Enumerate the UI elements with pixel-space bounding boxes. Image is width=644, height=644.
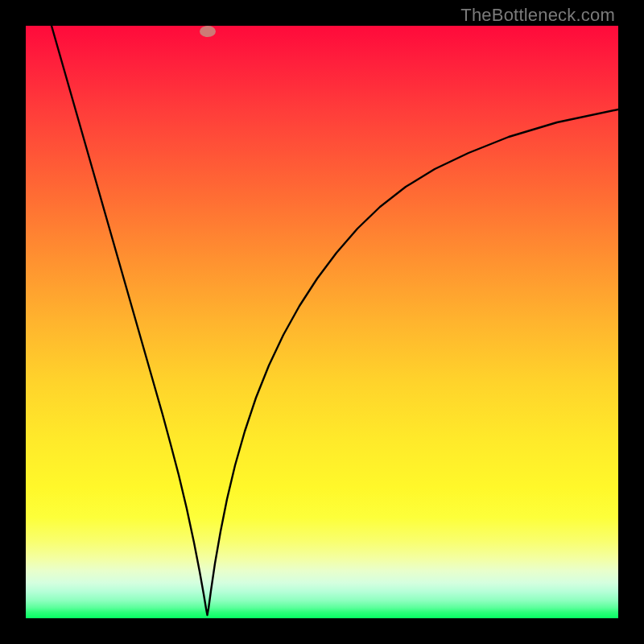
plot-area: [26, 26, 618, 618]
chart-frame: TheBottleneck.com: [0, 0, 644, 644]
bottleneck-curve: [52, 26, 618, 615]
curve-svg: [26, 26, 618, 618]
watermark-text: TheBottleneck.com: [460, 5, 615, 26]
optimal-marker: [200, 26, 216, 37]
